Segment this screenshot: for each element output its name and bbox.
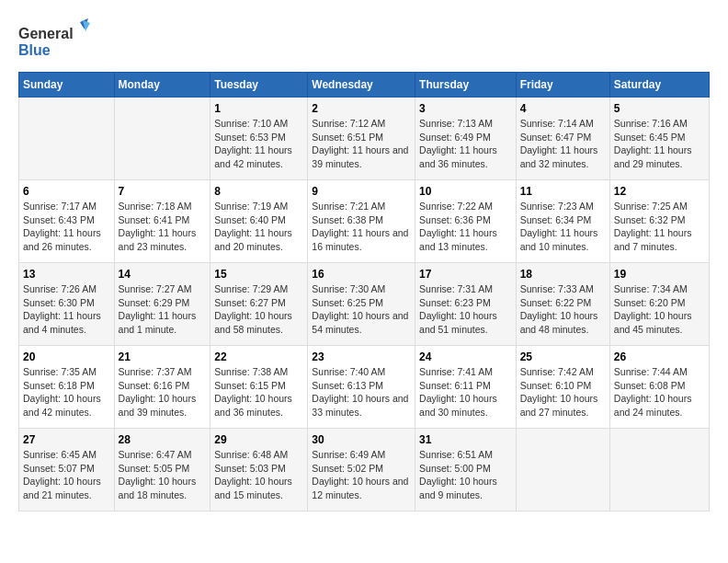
calendar-week-5: 27Sunrise: 6:45 AMSunset: 5:07 PMDayligh…: [19, 429, 710, 511]
calendar-cell: 26Sunrise: 7:44 AMSunset: 6:08 PMDayligh…: [609, 346, 709, 429]
day-number: 28: [119, 433, 207, 446]
day-number: 30: [312, 433, 411, 446]
day-number: 20: [23, 350, 110, 363]
calendar-header-row: SundayMondayTuesdayWednesdayThursdayFrid…: [19, 73, 710, 98]
calendar-week-1: 1Sunrise: 7:10 AMSunset: 6:53 PMDaylight…: [19, 98, 710, 180]
day-info: Sunrise: 7:25 AMSunset: 6:32 PMDaylight:…: [614, 200, 705, 254]
header-sunday: Sunday: [19, 73, 115, 98]
day-number: 26: [614, 350, 705, 363]
day-number: 1: [214, 102, 303, 115]
logo: General Blue: [18, 18, 92, 63]
calendar-cell: 10Sunrise: 7:22 AMSunset: 6:36 PMDayligh…: [415, 180, 517, 263]
calendar-cell: 30Sunrise: 6:49 AMSunset: 5:02 PMDayligh…: [308, 429, 415, 511]
calendar-cell: 18Sunrise: 7:33 AMSunset: 6:22 PMDayligh…: [516, 263, 609, 346]
day-number: 2: [312, 102, 411, 115]
day-number: 6: [23, 185, 110, 198]
calendar-cell: 24Sunrise: 7:41 AMSunset: 6:11 PMDayligh…: [415, 346, 517, 429]
day-info: Sunrise: 7:17 AMSunset: 6:43 PMDaylight:…: [23, 200, 110, 254]
calendar-cell: 15Sunrise: 7:29 AMSunset: 6:27 PMDayligh…: [210, 263, 308, 346]
calendar-cell: 20Sunrise: 7:35 AMSunset: 6:18 PMDayligh…: [19, 346, 115, 429]
day-number: 4: [520, 102, 606, 115]
day-info: Sunrise: 7:12 AMSunset: 6:51 PMDaylight:…: [312, 117, 411, 171]
calendar-cell: 29Sunrise: 6:48 AMSunset: 5:03 PMDayligh…: [210, 429, 308, 511]
calendar-cell: 8Sunrise: 7:19 AMSunset: 6:40 PMDaylight…: [210, 180, 308, 263]
day-number: 7: [119, 185, 207, 198]
day-info: Sunrise: 7:16 AMSunset: 6:45 PMDaylight:…: [614, 117, 705, 171]
header-tuesday: Tuesday: [210, 73, 308, 98]
day-info: Sunrise: 7:31 AMSunset: 6:23 PMDaylight:…: [419, 282, 512, 337]
day-info: Sunrise: 7:10 AMSunset: 6:53 PMDaylight:…: [214, 117, 303, 171]
svg-text:Blue: Blue: [18, 42, 51, 58]
day-info: Sunrise: 7:14 AMSunset: 6:47 PMDaylight:…: [520, 117, 606, 171]
day-info: Sunrise: 7:34 AMSunset: 6:20 PMDaylight:…: [614, 282, 705, 337]
day-number: 21: [119, 350, 207, 363]
calendar-cell: 12Sunrise: 7:25 AMSunset: 6:32 PMDayligh…: [609, 180, 709, 263]
day-number: 15: [214, 268, 303, 281]
day-number: 8: [214, 185, 303, 198]
calendar-cell: 7Sunrise: 7:18 AMSunset: 6:41 PMDaylight…: [114, 180, 210, 263]
day-number: 11: [520, 185, 606, 198]
calendar-cell: [114, 98, 210, 180]
day-number: 14: [119, 268, 207, 281]
day-number: 17: [419, 268, 512, 281]
day-number: 27: [23, 433, 110, 446]
day-number: 13: [23, 268, 110, 281]
day-info: Sunrise: 7:41 AMSunset: 6:11 PMDaylight:…: [419, 365, 512, 419]
day-info: Sunrise: 6:45 AMSunset: 5:07 PMDaylight:…: [23, 448, 110, 502]
calendar-cell: 16Sunrise: 7:30 AMSunset: 6:25 PMDayligh…: [308, 263, 415, 346]
day-info: Sunrise: 7:40 AMSunset: 6:13 PMDaylight:…: [312, 365, 411, 419]
calendar-cell: 23Sunrise: 7:40 AMSunset: 6:13 PMDayligh…: [308, 346, 415, 429]
page-header: General Blue: [18, 18, 710, 63]
calendar-cell: 9Sunrise: 7:21 AMSunset: 6:38 PMDaylight…: [308, 180, 415, 263]
header-thursday: Thursday: [415, 73, 517, 98]
day-info: Sunrise: 7:42 AMSunset: 6:10 PMDaylight:…: [520, 365, 606, 419]
day-info: Sunrise: 7:30 AMSunset: 6:25 PMDaylight:…: [312, 282, 411, 337]
logo-svg: General Blue: [18, 18, 92, 63]
day-info: Sunrise: 7:19 AMSunset: 6:40 PMDaylight:…: [214, 200, 303, 254]
header-saturday: Saturday: [609, 73, 709, 98]
day-info: Sunrise: 7:26 AMSunset: 6:30 PMDaylight:…: [23, 282, 110, 337]
day-info: Sunrise: 7:37 AMSunset: 6:16 PMDaylight:…: [119, 365, 207, 419]
day-number: 19: [614, 268, 705, 281]
day-number: 31: [419, 433, 512, 446]
day-info: Sunrise: 6:51 AMSunset: 5:00 PMDaylight:…: [419, 448, 512, 502]
calendar-cell: 19Sunrise: 7:34 AMSunset: 6:20 PMDayligh…: [609, 263, 709, 346]
day-number: 18: [520, 268, 606, 281]
day-info: Sunrise: 7:27 AMSunset: 6:29 PMDaylight:…: [119, 282, 207, 337]
day-info: Sunrise: 7:22 AMSunset: 6:36 PMDaylight:…: [419, 200, 512, 254]
calendar-cell: 2Sunrise: 7:12 AMSunset: 6:51 PMDaylight…: [308, 98, 415, 180]
header-monday: Monday: [114, 73, 210, 98]
calendar-cell: 1Sunrise: 7:10 AMSunset: 6:53 PMDaylight…: [210, 98, 308, 180]
day-info: Sunrise: 6:48 AMSunset: 5:03 PMDaylight:…: [214, 448, 303, 502]
day-number: 25: [520, 350, 606, 363]
day-number: 3: [419, 102, 512, 115]
header-friday: Friday: [516, 73, 609, 98]
calendar-cell: [19, 98, 115, 180]
calendar-cell: 25Sunrise: 7:42 AMSunset: 6:10 PMDayligh…: [516, 346, 609, 429]
day-info: Sunrise: 7:21 AMSunset: 6:38 PMDaylight:…: [312, 200, 411, 254]
day-number: 23: [312, 350, 411, 363]
day-info: Sunrise: 6:49 AMSunset: 5:02 PMDaylight:…: [312, 448, 411, 502]
calendar-cell: [516, 429, 609, 511]
day-info: Sunrise: 7:23 AMSunset: 6:34 PMDaylight:…: [520, 200, 606, 254]
day-number: 24: [419, 350, 512, 363]
calendar-week-2: 6Sunrise: 7:17 AMSunset: 6:43 PMDaylight…: [19, 180, 710, 263]
day-number: 12: [614, 185, 705, 198]
calendar-cell: 21Sunrise: 7:37 AMSunset: 6:16 PMDayligh…: [114, 346, 210, 429]
calendar-cell: 4Sunrise: 7:14 AMSunset: 6:47 PMDaylight…: [516, 98, 609, 180]
day-number: 16: [312, 268, 411, 281]
day-number: 9: [312, 185, 411, 198]
calendar-table: SundayMondayTuesdayWednesdayThursdayFrid…: [18, 72, 710, 511]
header-wednesday: Wednesday: [308, 73, 415, 98]
calendar-cell: 31Sunrise: 6:51 AMSunset: 5:00 PMDayligh…: [415, 429, 517, 511]
svg-text:General: General: [18, 26, 74, 41]
day-info: Sunrise: 6:47 AMSunset: 5:05 PMDaylight:…: [119, 448, 207, 502]
day-info: Sunrise: 7:38 AMSunset: 6:15 PMDaylight:…: [214, 365, 303, 419]
calendar-cell: 28Sunrise: 6:47 AMSunset: 5:05 PMDayligh…: [114, 429, 210, 511]
day-info: Sunrise: 7:44 AMSunset: 6:08 PMDaylight:…: [614, 365, 705, 419]
calendar-cell: 17Sunrise: 7:31 AMSunset: 6:23 PMDayligh…: [415, 263, 517, 346]
day-info: Sunrise: 7:18 AMSunset: 6:41 PMDaylight:…: [119, 200, 207, 254]
day-number: 10: [419, 185, 512, 198]
day-info: Sunrise: 7:29 AMSunset: 6:27 PMDaylight:…: [214, 282, 303, 337]
day-info: Sunrise: 7:33 AMSunset: 6:22 PMDaylight:…: [520, 282, 606, 337]
